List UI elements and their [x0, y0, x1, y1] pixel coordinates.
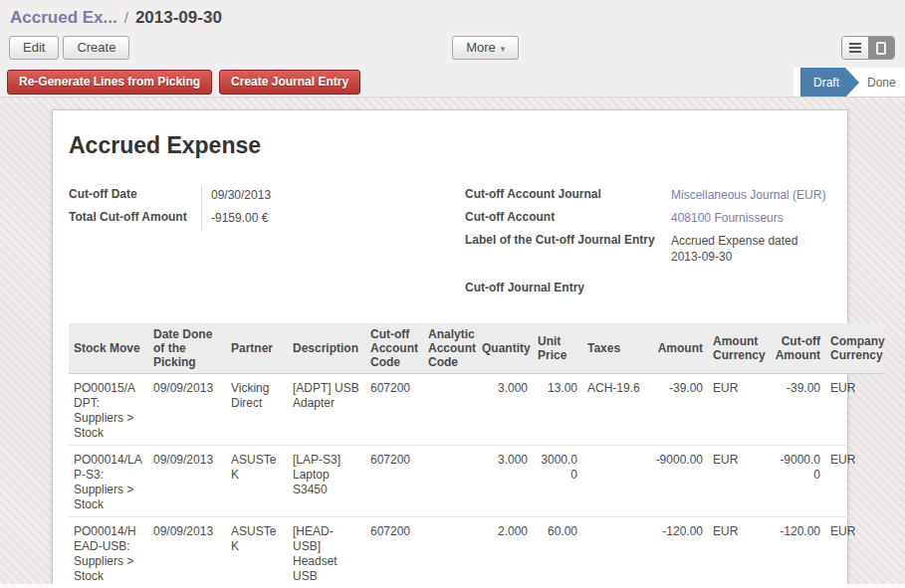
- total-cutoff-amount-value: -9159.00 €: [202, 208, 371, 231]
- cell-company-currency[interactable]: EUR: [825, 374, 883, 446]
- table-header-row: Stock Move Date Done of the Picking Part…: [69, 323, 883, 374]
- cell-unit-price[interactable]: 13.00: [533, 374, 582, 446]
- cell-amount-currency[interactable]: EUR: [708, 517, 770, 585]
- list-view-button[interactable]: [842, 37, 868, 59]
- cell-cutoff-amount[interactable]: -120.00: [770, 517, 825, 585]
- cell-company-currency[interactable]: EUR: [825, 517, 883, 585]
- cell-cutoff-amount[interactable]: -9000.00: [770, 446, 825, 517]
- cutoff-account-journal-link[interactable]: Miscellaneous Journal (EUR): [662, 185, 831, 208]
- cell-quantity[interactable]: 3.000: [477, 374, 533, 446]
- total-cutoff-amount-label: Total Cut-off Amount: [69, 208, 202, 231]
- cell-partner[interactable]: Vicking Direct: [226, 374, 288, 446]
- top-chrome: Accrued Ex... / 2013-09-30 Edit Create M…: [0, 0, 905, 68]
- cutoff-account-link[interactable]: 408100 Fournisseurs: [662, 208, 831, 231]
- field-cutoff-date: Cut-off Date 09/30/2013: [69, 185, 465, 208]
- cell-amount[interactable]: -120.00: [650, 517, 708, 585]
- cell-description[interactable]: [LAP-S3] Laptop S3450: [288, 446, 365, 517]
- cell-taxes[interactable]: [582, 517, 650, 585]
- cell-date-done[interactable]: 09/09/2013: [148, 374, 226, 446]
- table-row[interactable]: PO00014/LAP-S3: Suppliers > Stock 09/09/…: [69, 446, 883, 517]
- cell-cutoff-account-code[interactable]: 607200: [365, 446, 423, 517]
- journal-entry-label-label: Label of the Cut-off Journal Entry: [465, 231, 662, 265]
- cell-unit-price[interactable]: 60.00: [533, 517, 582, 585]
- col-analytic-account-code[interactable]: Analytic Account Code: [423, 323, 477, 374]
- col-partner[interactable]: Partner: [226, 323, 288, 374]
- list-view-icon: [849, 43, 861, 53]
- col-quantity[interactable]: Quantity: [477, 323, 533, 374]
- col-company-currency[interactable]: Company Currency: [825, 323, 883, 374]
- cell-cutoff-amount[interactable]: -39.00: [770, 374, 825, 446]
- cell-analytic-account-code[interactable]: [423, 446, 477, 517]
- col-description[interactable]: Description: [288, 323, 365, 374]
- col-amount[interactable]: Amount: [650, 323, 708, 374]
- create-button[interactable]: Create: [63, 36, 129, 60]
- cell-cutoff-account-code[interactable]: 607200: [365, 374, 423, 446]
- cell-partner[interactable]: ASUSTeK: [226, 446, 288, 517]
- cell-description[interactable]: [ADPT] USB Adapter: [288, 374, 365, 446]
- form-view-icon: [876, 42, 886, 55]
- cell-date-done[interactable]: 09/09/2013: [148, 446, 226, 517]
- lines-table-wrap: Stock Move Date Done of the Picking Part…: [69, 323, 833, 584]
- cell-stock-move[interactable]: PO00015/ADPT: Suppliers > Stock: [69, 374, 148, 446]
- table-row[interactable]: PO00015/ADPT: Suppliers > Stock 09/09/20…: [69, 374, 883, 446]
- cell-company-currency[interactable]: EUR: [825, 446, 883, 517]
- cutoff-account-journal-label: Cut-off Account Journal: [465, 185, 662, 208]
- form-sheet: Accrued Expense Cut-off Date 09/30/2013 …: [52, 109, 848, 584]
- col-cutoff-amount[interactable]: Cut-off Amount: [770, 323, 825, 374]
- state-indicator: Draft Done: [793, 68, 905, 97]
- breadcrumb-separator: /: [124, 9, 128, 26]
- col-taxes[interactable]: Taxes: [582, 323, 650, 374]
- col-date-done[interactable]: Date Done of the Picking: [148, 323, 226, 374]
- cell-quantity[interactable]: 3.000: [477, 446, 533, 517]
- cell-amount-currency[interactable]: EUR: [708, 374, 770, 446]
- cell-date-done[interactable]: 09/09/2013: [148, 517, 226, 585]
- breadcrumb-current: 2013-09-30: [135, 8, 222, 28]
- view-switcher: [841, 36, 895, 60]
- toolbar: Edit Create More▾: [0, 30, 905, 68]
- cell-cutoff-account-code[interactable]: 607200: [365, 517, 423, 585]
- cell-amount[interactable]: -39.00: [650, 374, 708, 446]
- cell-analytic-account-code[interactable]: [423, 517, 477, 585]
- field-groups: Cut-off Date 09/30/2013 Total Cut-off Am…: [69, 185, 831, 301]
- col-unit-price[interactable]: Unit Price: [533, 323, 582, 374]
- field-group-left: Cut-off Date 09/30/2013 Total Cut-off Am…: [69, 185, 465, 301]
- cutoff-account-label: Cut-off Account: [465, 208, 662, 231]
- lines-table: Stock Move Date Done of the Picking Part…: [69, 323, 883, 584]
- cutoff-journal-entry-value: [662, 279, 831, 301]
- status-bar: Re-Generate Lines from Picking Create Jo…: [0, 68, 905, 98]
- cell-taxes[interactable]: ACH-19.6: [582, 374, 650, 446]
- cell-stock-move[interactable]: PO00014/HEAD-USB: Suppliers > Stock: [69, 517, 148, 585]
- field-cutoff-account-journal: Cut-off Account Journal Miscellaneous Jo…: [465, 185, 831, 208]
- field-cutoff-journal-entry: Cut-off Journal Entry: [465, 279, 831, 301]
- cell-quantity[interactable]: 2.000: [477, 517, 533, 585]
- field-cutoff-account: Cut-off Account 408100 Fournisseurs: [465, 208, 831, 231]
- state-done-badge: Done: [861, 68, 896, 97]
- cutoff-date-value: 09/30/2013: [202, 185, 371, 208]
- col-stock-move[interactable]: Stock Move: [69, 323, 148, 374]
- cell-description[interactable]: [HEAD-USB] Headset USB: [288, 517, 365, 585]
- more-button-label: More: [466, 40, 496, 55]
- more-button[interactable]: More▾: [452, 36, 519, 60]
- create-journal-entry-button[interactable]: Create Journal Entry: [219, 70, 360, 95]
- regenerate-lines-button[interactable]: Re-Generate Lines from Picking: [7, 70, 212, 95]
- form-canvas: Accrued Expense Cut-off Date 09/30/2013 …: [0, 98, 905, 584]
- cell-amount[interactable]: -9000.00: [650, 446, 708, 517]
- cutoff-journal-entry-label: Cut-off Journal Entry: [465, 279, 662, 301]
- field-total-cutoff-amount: Total Cut-off Amount -9159.00 €: [69, 208, 465, 231]
- cell-stock-move[interactable]: PO00014/LAP-S3: Suppliers > Stock: [69, 446, 148, 517]
- cutoff-date-label: Cut-off Date: [69, 185, 202, 208]
- cell-taxes[interactable]: [582, 446, 650, 517]
- field-group-right: Cut-off Account Journal Miscellaneous Jo…: [465, 185, 831, 301]
- cell-partner[interactable]: ASUSTeK: [226, 517, 288, 585]
- edit-button[interactable]: Edit: [9, 36, 59, 60]
- chevron-down-icon: ▾: [501, 44, 506, 54]
- table-row[interactable]: PO00014/HEAD-USB: Suppliers > Stock 09/0…: [69, 517, 883, 585]
- cell-analytic-account-code[interactable]: [423, 374, 477, 446]
- form-view-button[interactable]: [868, 37, 894, 59]
- col-amount-currency[interactable]: Amount Currency: [708, 323, 770, 374]
- journal-entry-label-value: Accrued Expense dated 2013-09-30: [662, 231, 831, 265]
- cell-amount-currency[interactable]: EUR: [708, 446, 770, 517]
- col-cutoff-account-code[interactable]: Cut-off Account Code: [365, 323, 423, 374]
- breadcrumb-parent-link[interactable]: Accrued Ex...: [10, 8, 117, 28]
- cell-unit-price[interactable]: 3000.00: [533, 446, 582, 517]
